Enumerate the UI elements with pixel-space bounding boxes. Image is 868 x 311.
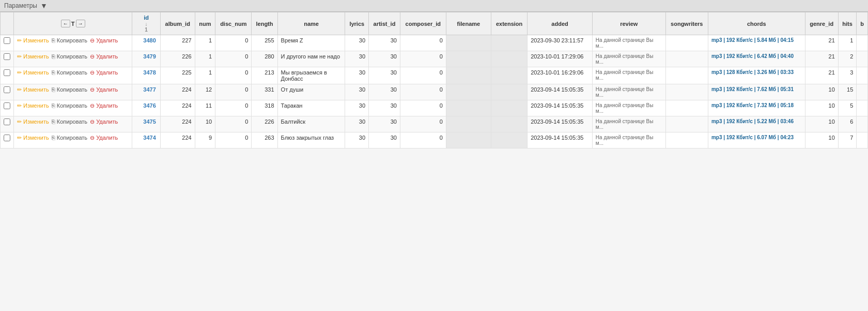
row-checkbox[interactable]: [4, 135, 10, 141]
row-songwriters: [665, 35, 708, 51]
row-id[interactable]: 3480: [132, 35, 161, 51]
row-checkbox[interactable]: [4, 69, 10, 76]
row-lyrics: 30: [345, 35, 369, 51]
col-filename[interactable]: filename: [446, 12, 491, 35]
id-link[interactable]: 3476: [143, 102, 156, 109]
col-checkbox: [1, 12, 14, 35]
row-id[interactable]: 3478: [132, 67, 161, 84]
row-composer-id: 0: [400, 35, 446, 51]
sort-controls[interactable]: ← T →: [61, 20, 85, 27]
row-review: На данной странице Вы м...: [592, 100, 665, 116]
id-link[interactable]: 3480: [143, 37, 156, 43]
row-filename: [446, 132, 491, 149]
row-id[interactable]: 3476: [132, 100, 161, 116]
row-length: 226: [252, 116, 277, 132]
col-num[interactable]: num: [195, 12, 215, 35]
row-composer-id: 0: [400, 67, 446, 84]
row-added: 2023-09-14 15:05:35: [528, 84, 593, 100]
col-artist-id[interactable]: artist_id: [369, 12, 400, 35]
edit-link[interactable]: ✏ Изменить: [17, 37, 49, 43]
id-link[interactable]: 3475: [143, 119, 156, 125]
edit-link[interactable]: ✏ Изменить: [17, 119, 49, 125]
copy-link[interactable]: ⎘ Копировать: [52, 69, 87, 76]
col-added[interactable]: added: [528, 12, 593, 35]
data-table-container: ← T → id ↓1 album_id num disc_num length…: [0, 12, 868, 149]
row-b: [857, 132, 868, 149]
row-lyrics: 30: [345, 51, 369, 67]
col-extension[interactable]: extension: [491, 12, 528, 35]
col-lyrics[interactable]: lyrics: [345, 12, 369, 35]
sort-right-button[interactable]: →: [76, 20, 85, 27]
row-checkbox[interactable]: [4, 53, 10, 60]
row-hits: 5: [838, 100, 857, 116]
col-composer-id[interactable]: composer_id: [400, 12, 446, 35]
delete-link[interactable]: ⊖ Удалить: [90, 119, 118, 125]
row-id[interactable]: 3477: [132, 84, 161, 100]
col-actions: ← T →: [14, 12, 132, 35]
delete-link[interactable]: ⊖ Удалить: [90, 53, 118, 60]
delete-link[interactable]: ⊖ Удалить: [90, 135, 118, 141]
table-row: ✏ Изменить ⎘ Копировать ⊖ Удалить 3480 2…: [1, 35, 868, 51]
copy-link[interactable]: ⎘ Копировать: [52, 102, 87, 109]
table-header-row: ← T → id ↓1 album_id num disc_num length…: [1, 12, 868, 35]
row-album-id: 224: [160, 100, 195, 116]
row-songwriters: [665, 51, 708, 67]
row-artist-id: 30: [369, 132, 400, 149]
row-disc-num: 0: [215, 100, 252, 116]
row-songwriters: [665, 116, 708, 132]
copy-link[interactable]: ⎘ Копировать: [52, 37, 87, 43]
col-review[interactable]: review: [592, 12, 665, 35]
row-id[interactable]: 3474: [132, 132, 161, 149]
row-lyrics: 30: [345, 116, 369, 132]
row-b: [857, 35, 868, 51]
row-checkbox[interactable]: [4, 119, 10, 125]
row-checkbox[interactable]: [4, 86, 10, 93]
delete-link[interactable]: ⊖ Удалить: [90, 69, 118, 76]
row-chords: mp3 | 192 Кбит/с | 5.22 Мб | 03:46: [708, 116, 805, 132]
row-b: [857, 67, 868, 84]
col-b[interactable]: b: [857, 12, 868, 35]
id-link[interactable]: 3478: [143, 69, 156, 76]
table-row: ✏ Изменить ⎘ Копировать ⊖ Удалить 3475 2…: [1, 116, 868, 132]
table-row: ✏ Изменить ⎘ Копировать ⊖ Удалить 3476 2…: [1, 100, 868, 116]
table-row: ✏ Изменить ⎘ Копировать ⊖ Удалить 3478 2…: [1, 67, 868, 84]
col-name[interactable]: name: [277, 12, 345, 35]
id-link[interactable]: 3477: [143, 86, 156, 93]
col-id[interactable]: id ↓1: [132, 12, 161, 35]
row-name: И другого нам не надо: [277, 51, 345, 67]
col-album-id[interactable]: album_id: [160, 12, 195, 35]
id-link[interactable]: 3474: [143, 135, 156, 141]
col-length[interactable]: length: [252, 12, 277, 35]
row-disc-num: 0: [215, 67, 252, 84]
id-link[interactable]: 3479: [143, 53, 156, 60]
edit-link[interactable]: ✏ Изменить: [17, 53, 49, 60]
row-actions-cell: ✏ Изменить ⎘ Копировать ⊖ Удалить: [14, 116, 132, 132]
table-row: ✏ Изменить ⎘ Копировать ⊖ Удалить 3479 2…: [1, 51, 868, 67]
delete-link[interactable]: ⊖ Удалить: [90, 102, 118, 109]
row-songwriters: [665, 84, 708, 100]
delete-link[interactable]: ⊖ Удалить: [90, 86, 118, 93]
col-chords[interactable]: chords: [708, 12, 805, 35]
copy-link[interactable]: ⎘ Копировать: [52, 119, 87, 125]
row-artist-id: 30: [369, 51, 400, 67]
row-id[interactable]: 3475: [132, 116, 161, 132]
edit-link[interactable]: ✏ Изменить: [17, 102, 49, 109]
copy-link[interactable]: ⎘ Копировать: [52, 135, 87, 141]
row-id[interactable]: 3479: [132, 51, 161, 67]
row-checkbox[interactable]: [4, 37, 10, 44]
row-extension: [491, 132, 528, 149]
col-genre-id[interactable]: genre_id: [805, 12, 838, 35]
delete-link[interactable]: ⊖ Удалить: [90, 37, 118, 43]
edit-link[interactable]: ✏ Изменить: [17, 69, 49, 76]
copy-link[interactable]: ⎘ Копировать: [52, 53, 87, 60]
row-checkbox[interactable]: [4, 102, 10, 109]
col-disc-num[interactable]: disc_num: [215, 12, 252, 35]
edit-link[interactable]: ✏ Изменить: [17, 86, 49, 93]
copy-link[interactable]: ⎘ Копировать: [52, 86, 87, 93]
row-checkbox-cell: [1, 35, 14, 51]
col-hits[interactable]: hits: [838, 12, 857, 35]
row-checkbox-cell: [1, 51, 14, 67]
col-songwriters[interactable]: songwriters: [665, 12, 708, 35]
sort-left-button[interactable]: ←: [61, 20, 70, 27]
edit-link[interactable]: ✏ Изменить: [17, 135, 49, 141]
